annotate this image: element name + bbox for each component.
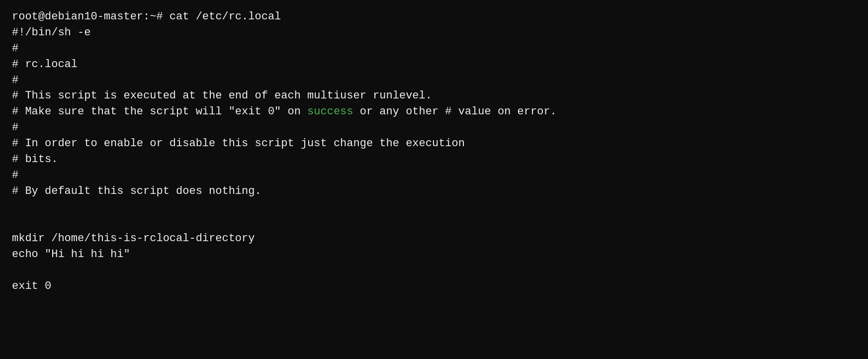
terminal-line: # This script is executed at the end of … [12, 88, 856, 104]
terminal-line: exit 0 [12, 278, 856, 294]
terminal-line: # [12, 41, 856, 57]
terminal-line: # Make sure that the script will "exit 0… [12, 104, 856, 120]
terminal-line: # bits. [12, 152, 856, 168]
terminal-line: # In order to enable or disable this scr… [12, 136, 856, 152]
terminal-line: # By default this script does nothing. [12, 183, 856, 199]
blank-line [12, 199, 856, 215]
terminal-line: # rc.local [12, 57, 856, 73]
terminal-window: root@debian10-master:~# cat /etc/rc.loca… [12, 9, 856, 359]
command-prompt: root@debian10-master:~# cat /etc/rc.loca… [12, 9, 856, 25]
blank-line [12, 263, 856, 278]
terminal-line: # [12, 120, 856, 136]
terminal-line: # [12, 73, 856, 89]
terminal-line: mkdir /home/this-is-rclocal-directory [12, 231, 856, 247]
terminal-line: #!/bin/sh -e [12, 25, 856, 41]
terminal-content: #!/bin/sh -e## rc.local## This script is… [12, 25, 856, 294]
terminal-line: # [12, 168, 856, 183]
blank-line [12, 215, 856, 231]
terminal-line: echo "Hi hi hi hi" [12, 247, 856, 263]
success-highlight: success [307, 105, 353, 118]
